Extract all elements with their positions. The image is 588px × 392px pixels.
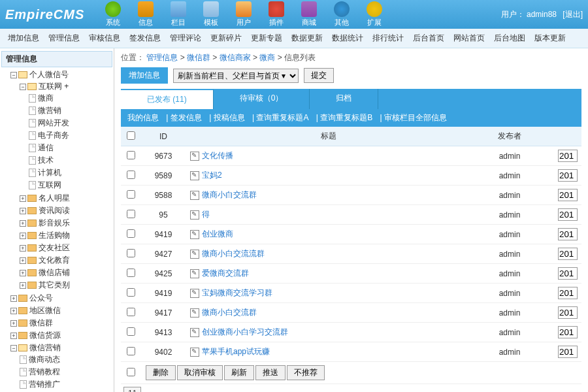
- row-title-link[interactable]: 宝妈微商交流学习群: [202, 288, 272, 297]
- row-checkbox[interactable]: [127, 269, 135, 277]
- nav-user[interactable]: 用户: [228, 0, 259, 29]
- subnav-item[interactable]: 管理评论: [170, 33, 201, 44]
- tree-branch[interactable]: 微信店铺: [39, 268, 70, 277]
- expand-icon[interactable]: +: [20, 245, 26, 252]
- tree-branch[interactable]: 文化教育: [39, 255, 70, 265]
- crumb-link[interactable]: 微商: [259, 53, 275, 62]
- tree-leaf[interactable]: 营销教程: [29, 367, 60, 376]
- nav-info[interactable]: 信息: [130, 0, 161, 29]
- expand-icon[interactable]: +: [10, 308, 17, 314]
- date-input[interactable]: [558, 248, 578, 260]
- expand-icon[interactable]: +: [20, 208, 26, 214]
- tab[interactable]: 待审核（0）: [214, 89, 310, 109]
- bulk-action-button[interactable]: 不推荐: [287, 365, 325, 380]
- edit-icon[interactable]: [190, 328, 199, 337]
- tree-yingxiao[interactable]: 微信营销: [29, 343, 61, 352]
- crumb-link[interactable]: 管理信息: [146, 53, 178, 62]
- date-input[interactable]: [558, 169, 578, 182]
- edit-icon[interactable]: [190, 152, 199, 161]
- row-title-link[interactable]: 创业微商小白学习交流群: [202, 327, 288, 336]
- edit-icon[interactable]: [190, 289, 199, 298]
- expand-icon[interactable]: +: [20, 257, 26, 264]
- crumb-link[interactable]: 微信商家: [220, 53, 251, 62]
- tree-branch[interactable]: 影音娱乐: [39, 218, 70, 227]
- tree-leaf[interactable]: 微营销: [38, 106, 61, 115]
- refresh-select[interactable]: 刷新当前栏目、父栏目与首页 ▾: [173, 69, 299, 83]
- subnav-item[interactable]: 审核信息: [89, 33, 120, 44]
- date-input[interactable]: [558, 150, 578, 162]
- tree-leaf[interactable]: 电子商务: [38, 131, 69, 140]
- row-checkbox[interactable]: [127, 327, 135, 336]
- filter-link[interactable]: 审核栏目全部信息: [384, 113, 447, 122]
- expand-icon[interactable]: +: [20, 270, 26, 276]
- edit-icon[interactable]: [190, 348, 199, 357]
- filter-link[interactable]: 查询重复标题A: [256, 113, 308, 122]
- tree-leaf[interactable]: 微商动态: [29, 355, 60, 364]
- tree-branch[interactable]: 交友社区: [39, 243, 70, 252]
- nav-system[interactable]: 系统: [97, 0, 129, 29]
- edit-icon[interactable]: [190, 308, 199, 318]
- subnav-item[interactable]: 管理信息: [48, 33, 80, 44]
- row-title-link[interactable]: 宝妈2: [202, 171, 222, 180]
- add-info-button[interactable]: 增加信息: [121, 67, 168, 84]
- date-input[interactable]: [558, 306, 578, 319]
- subnav-item[interactable]: 数据统计: [332, 33, 363, 44]
- tree-branch[interactable]: 地区微信: [29, 306, 61, 315]
- tree-branch[interactable]: 生活购物: [39, 231, 70, 240]
- tree-root[interactable]: 个人微信号: [29, 70, 69, 79]
- subnav-item[interactable]: 更新碎片: [210, 33, 242, 44]
- submit-button[interactable]: 提交: [304, 68, 334, 83]
- date-input[interactable]: [558, 346, 578, 358]
- row-title-link[interactable]: 微商小白交流群: [202, 308, 257, 317]
- collapse-icon[interactable]: −: [10, 72, 17, 78]
- bulk-action-button[interactable]: 刷新: [224, 365, 254, 380]
- bulk-action-button[interactable]: 删除: [146, 365, 176, 380]
- subnav-item[interactable]: 网站首页: [453, 33, 485, 44]
- edit-icon[interactable]: [190, 250, 199, 259]
- tree-internet[interactable]: 互联网 +: [39, 82, 69, 91]
- crumb-link[interactable]: 微信群: [187, 53, 210, 62]
- row-checkbox[interactable]: [127, 190, 135, 199]
- nav-plugin[interactable]: 插件: [261, 0, 292, 29]
- row-checkbox[interactable]: [127, 249, 135, 257]
- row-title-link[interactable]: 文化传播: [202, 151, 233, 160]
- col-id[interactable]: ID: [140, 127, 186, 146]
- subnav-item[interactable]: 排行统计: [372, 33, 404, 44]
- subnav-item[interactable]: 数据更新: [291, 33, 323, 44]
- nav-other[interactable]: 其他: [326, 0, 357, 29]
- nav-column[interactable]: 栏目: [163, 0, 194, 29]
- tree-branch[interactable]: 名人明星: [39, 193, 70, 203]
- row-title-link[interactable]: 微商小白交流群: [202, 190, 257, 199]
- tab[interactable]: 已发布 (11): [121, 89, 214, 109]
- tree-branch[interactable]: 微信货源: [29, 331, 61, 340]
- edit-icon[interactable]: [190, 210, 199, 220]
- date-input[interactable]: [558, 189, 578, 201]
- tree-leaf[interactable]: 计算机: [38, 168, 61, 177]
- row-checkbox[interactable]: [127, 288, 135, 297]
- filter-link[interactable]: 我的信息: [127, 113, 159, 122]
- tree-leaf[interactable]: 网站开发: [38, 118, 69, 127]
- filter-link[interactable]: 签发信息: [171, 113, 202, 122]
- tree-leaf[interactable]: 技术: [38, 155, 54, 165]
- subnav-item[interactable]: 后台地图: [494, 33, 525, 44]
- expand-icon[interactable]: +: [10, 295, 17, 302]
- nav-extend[interactable]: 扩展: [359, 0, 390, 29]
- date-input[interactable]: [558, 287, 578, 299]
- tree-leaf[interactable]: 通信: [38, 143, 54, 152]
- date-input[interactable]: [558, 267, 578, 280]
- expand-icon[interactable]: +: [20, 195, 26, 202]
- row-checkbox[interactable]: [127, 151, 135, 159]
- subnav-item[interactable]: 签发信息: [129, 33, 161, 44]
- subnav-item[interactable]: 后台首页: [413, 33, 444, 44]
- edit-icon[interactable]: [190, 269, 199, 278]
- subnav-item[interactable]: 增加信息: [8, 33, 39, 44]
- tree-branch[interactable]: 公众号: [29, 293, 53, 302]
- nav-template[interactable]: 模板: [195, 0, 227, 29]
- select-all-bottom-checkbox[interactable]: [127, 368, 135, 376]
- row-checkbox[interactable]: [127, 229, 135, 238]
- tree-leaf[interactable]: 营销推广: [29, 380, 60, 389]
- tree-leaf[interactable]: 互联网: [38, 180, 61, 189]
- filter-link[interactable]: 查询重复标题B: [320, 113, 372, 122]
- edit-icon[interactable]: [190, 230, 199, 239]
- row-title-link[interactable]: 创业微商: [202, 229, 233, 238]
